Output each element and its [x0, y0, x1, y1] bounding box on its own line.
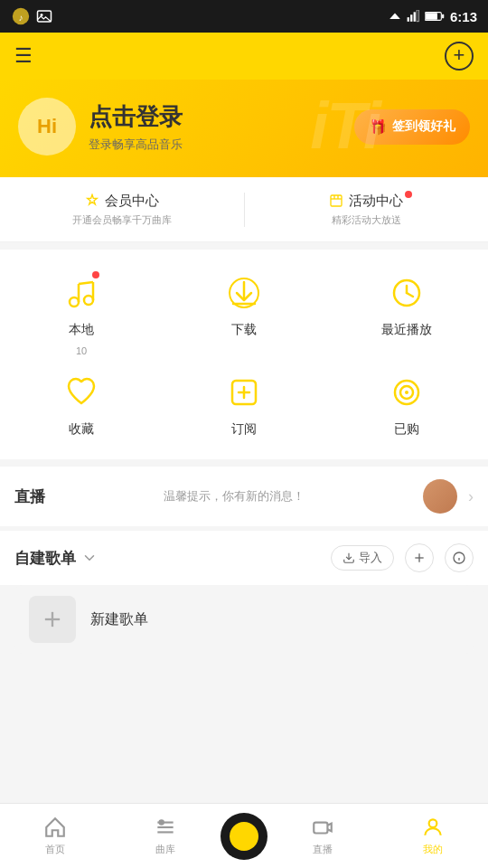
main-toolbar: ☰ +	[0, 33, 488, 80]
divider-1	[0, 459, 488, 467]
music-note-icon	[63, 275, 99, 311]
quick-access-grid: 本地 10 下载 最近	[0, 250, 488, 459]
login-banner: iTi Hi 点击登录 登录畅享高品音乐 🎁 签到领好礼	[0, 80, 488, 177]
svg-line-24	[407, 293, 413, 297]
quick-subscribe[interactable]: 订阅	[190, 371, 298, 438]
svg-rect-43	[314, 823, 327, 834]
svg-point-17	[84, 296, 93, 305]
library-icon	[154, 816, 177, 839]
vip-label: 会员中心	[105, 193, 159, 210]
live-label[interactable]: 直播	[14, 486, 45, 507]
import-icon	[343, 552, 355, 564]
playlist-header: 自建歌单 导入	[0, 531, 488, 585]
menu-button[interactable]: ☰	[14, 46, 33, 66]
add-playlist-icon	[40, 607, 65, 632]
quick-row-1: 本地 10 下载 最近	[0, 264, 488, 363]
plus-icon	[412, 551, 427, 565]
quick-purchased[interactable]: 已购	[352, 371, 461, 438]
svg-rect-5	[408, 17, 409, 22]
subscribe-icon	[226, 374, 262, 410]
svg-text:♪: ♪	[18, 13, 23, 23]
svg-point-42	[160, 820, 164, 824]
subscribe-label: 订阅	[231, 421, 257, 438]
settings-playlist-button[interactable]	[445, 543, 474, 572]
quick-local[interactable]: 本地 10	[27, 271, 136, 356]
add-playlist-button[interactable]	[405, 543, 434, 572]
import-button[interactable]: 导入	[331, 545, 394, 571]
quick-favorite[interactable]: 收藏	[27, 371, 136, 438]
svg-line-20	[79, 282, 93, 284]
download-icon	[226, 275, 262, 311]
live-avatar[interactable]	[423, 479, 457, 514]
login-subtitle: 登录畅享高品音乐	[89, 137, 183, 153]
activity-icon	[329, 193, 343, 208]
svg-point-44	[429, 819, 437, 827]
local-label: 本地	[69, 322, 94, 338]
live-nav-icon	[311, 816, 334, 839]
svg-rect-6	[410, 14, 412, 22]
svg-point-16	[70, 297, 79, 307]
status-left-icons: ♪	[11, 6, 52, 26]
settings-icon	[452, 551, 466, 565]
recent-label: 最近播放	[381, 322, 432, 338]
signin-button[interactable]: 🎁 签到领好礼	[354, 109, 470, 145]
mine-icon	[421, 816, 445, 839]
heart-icon	[63, 374, 99, 410]
quick-row-2: 收藏 订阅 已购	[0, 363, 488, 445]
activity-label: 活动中心	[349, 193, 403, 210]
nav-live-label: 直播	[313, 843, 333, 856]
nav-play-button[interactable]	[221, 813, 267, 860]
svg-rect-12	[331, 195, 342, 206]
activity-red-dot	[405, 191, 412, 198]
activity-center[interactable]: 活动中心 精彩活动大放送	[245, 193, 489, 227]
add-button[interactable]: +	[445, 42, 474, 71]
signal-icon	[407, 10, 419, 23]
live-notice: 温馨提示，你有新的消息！	[56, 488, 412, 505]
nav-mine-label: 我的	[423, 843, 443, 856]
svg-point-30	[405, 391, 408, 394]
svg-rect-10	[426, 13, 437, 19]
svg-rect-7	[414, 12, 416, 21]
collapse-icon[interactable]	[81, 550, 98, 566]
new-playlist-icon	[29, 596, 76, 643]
svg-rect-11	[442, 14, 444, 18]
image-icon	[36, 8, 52, 24]
membership-row: 会员中心 开通会员畅享千万曲库 活动中心 精彩活动大放送	[0, 177, 488, 242]
new-playlist-label: 新建歌单	[90, 610, 148, 629]
time-display: 6:13	[450, 9, 477, 24]
vip-sub: 开通会员畅享千万曲库	[72, 213, 172, 227]
nav-home-label: 首页	[45, 843, 65, 856]
download-label: 下载	[231, 322, 257, 338]
nav-live[interactable]: 直播	[267, 816, 378, 856]
quick-recent[interactable]: 最近播放	[352, 271, 461, 356]
bottom-nav: 首页 曲库 直播 我的	[0, 803, 488, 868]
svg-marker-4	[389, 14, 400, 19]
activity-sub: 精彩活动大放送	[332, 213, 401, 227]
nav-library[interactable]: 曲库	[110, 816, 221, 856]
live-section: 直播 温馨提示，你有新的消息！ ›	[0, 467, 488, 527]
playlist-title: 自建歌单	[14, 548, 76, 569]
gift-icon: 🎁	[369, 118, 387, 136]
vip-icon	[85, 193, 99, 208]
purchased-icon	[389, 374, 425, 410]
nav-play[interactable]	[221, 813, 267, 860]
home-icon	[43, 816, 67, 839]
vip-center[interactable]: 会员中心 开通会员畅享千万曲库	[0, 193, 245, 227]
avatar-placeholder: Hi	[18, 98, 76, 156]
new-playlist-item[interactable]: 新建歌单	[14, 585, 474, 654]
live-chevron-icon: ›	[468, 487, 474, 506]
local-red-dot	[92, 271, 99, 278]
nav-home[interactable]: 首页	[0, 816, 110, 856]
local-count: 10	[76, 345, 87, 356]
clock-icon	[389, 275, 425, 311]
app-icon: ♪	[11, 6, 31, 26]
login-text: 点击登录 登录畅享高品音乐	[89, 101, 183, 153]
quick-download[interactable]: 下载	[190, 271, 298, 356]
nav-mine[interactable]: 我的	[378, 816, 488, 856]
nav-library-label: 曲库	[155, 843, 175, 856]
favorite-label: 收藏	[69, 421, 94, 438]
svg-rect-8	[417, 10, 418, 22]
login-title[interactable]: 点击登录	[89, 101, 183, 133]
purchased-label: 已购	[394, 421, 419, 438]
wifi-icon	[389, 10, 401, 23]
